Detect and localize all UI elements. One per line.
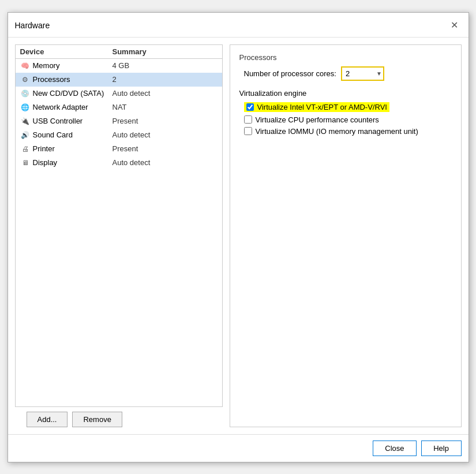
checkbox-label: Virtualize CPU performance counters xyxy=(256,115,379,124)
checkbox-row: Virtualize IOMMU (IO memory management u… xyxy=(244,127,452,136)
device-summary: Auto detect xyxy=(113,158,218,167)
device-icon: 🔊 xyxy=(20,130,31,140)
col-summary-header: Summary xyxy=(113,47,218,56)
virtualization-section: Virtualization engine Virtualize Intel V… xyxy=(239,89,452,139)
processors-title: Processors xyxy=(239,53,452,62)
device-name: Display xyxy=(33,158,113,167)
table-row[interactable]: ⚙ Processors 2 xyxy=(16,73,222,87)
device-name: Processors xyxy=(33,75,113,84)
device-icon: 🖨 xyxy=(20,144,31,154)
processors-section: Processors Number of processor cores: 12… xyxy=(239,53,452,81)
device-summary: Auto detect xyxy=(113,89,218,98)
left-panel: Device Summary 🧠 Memory 4 GB ⚙ Processor… xyxy=(15,44,223,427)
device-name: Printer xyxy=(33,144,113,153)
table-header: Device Summary xyxy=(16,45,222,59)
checkbox-row: Virtualize Intel VT-x/EPT or AMD-V/RVI xyxy=(244,102,452,113)
virt-checkbox[interactable] xyxy=(244,127,252,135)
virt-checkbox[interactable] xyxy=(246,103,254,111)
processor-cores-select[interactable]: 1248 xyxy=(341,66,384,81)
device-table: Device Summary 🧠 Memory 4 GB ⚙ Processor… xyxy=(15,44,223,407)
device-summary: NAT xyxy=(113,103,218,111)
device-icon: 🔌 xyxy=(20,116,31,126)
table-row[interactable]: 🖥 Display Auto detect xyxy=(16,156,222,170)
device-summary: 4 GB xyxy=(113,61,218,70)
device-name: Sound Card xyxy=(33,130,113,139)
title-bar: Hardware ✕ xyxy=(8,13,468,38)
highlighted-checkbox-wrapper: Virtualize Intel VT-x/EPT or AMD-V/RVI xyxy=(244,102,389,112)
device-summary: Auto detect xyxy=(113,130,218,139)
checkbox-row: Virtualize CPU performance counters xyxy=(244,115,452,124)
table-row[interactable]: 🔊 Sound Card Auto detect xyxy=(16,128,222,142)
device-summary: Present xyxy=(113,144,218,153)
table-row[interactable]: 💿 New CD/DVD (SATA) Auto detect xyxy=(16,87,222,100)
dialog-title: Hardware xyxy=(15,21,50,30)
device-icon: 🧠 xyxy=(20,61,31,71)
device-summary: 2 xyxy=(113,75,218,84)
processor-row: Number of processor cores: 1248 ▼ xyxy=(244,66,452,81)
device-icon: 🌐 xyxy=(20,102,31,113)
remove-button[interactable]: Remove xyxy=(72,412,122,427)
button-row: Add... Remove xyxy=(15,412,223,427)
device-icon: 💿 xyxy=(20,88,31,99)
processor-label: Number of processor cores: xyxy=(244,69,336,78)
device-rows: 🧠 Memory 4 GB ⚙ Processors 2 💿 New CD/DV… xyxy=(16,59,222,170)
device-icon: 🖥 xyxy=(20,158,31,168)
close-button[interactable]: Close xyxy=(373,441,416,456)
title-close-button[interactable]: ✕ xyxy=(448,18,462,32)
processor-select-wrapper: 1248 ▼ xyxy=(341,66,384,81)
table-row[interactable]: 🖨 Printer Present xyxy=(16,142,222,156)
table-row[interactable]: 🌐 Network Adapter NAT xyxy=(16,100,222,114)
virtualization-title: Virtualization engine xyxy=(239,89,452,98)
add-button[interactable]: Add... xyxy=(27,412,68,427)
right-panel: Processors Number of processor cores: 12… xyxy=(230,44,462,427)
virt-checkbox[interactable] xyxy=(244,115,252,124)
device-name: Memory xyxy=(33,61,113,70)
help-button[interactable]: Help xyxy=(421,441,462,456)
device-name: USB Controller xyxy=(33,117,113,125)
col-device-header: Device xyxy=(20,47,113,56)
checkbox-label: Virtualize Intel VT-x/EPT or AMD-V/RVI xyxy=(257,103,387,111)
table-row[interactable]: 🧠 Memory 4 GB xyxy=(16,59,222,73)
checkbox-container: Virtualize Intel VT-x/EPT or AMD-V/RVI V… xyxy=(239,102,452,136)
device-summary: Present xyxy=(113,117,218,125)
device-icon: ⚙ xyxy=(20,74,31,85)
dialog-body: Device Summary 🧠 Memory 4 GB ⚙ Processor… xyxy=(8,38,468,434)
table-row[interactable]: 🔌 USB Controller Present xyxy=(16,114,222,128)
hardware-dialog: Hardware ✕ Device Summary 🧠 Memory 4 GB … xyxy=(8,12,469,462)
footer: Close Help xyxy=(8,434,468,462)
device-name: Network Adapter xyxy=(33,103,113,111)
device-name: New CD/DVD (SATA) xyxy=(33,89,113,98)
checkbox-label: Virtualize IOMMU (IO memory management u… xyxy=(256,127,418,136)
